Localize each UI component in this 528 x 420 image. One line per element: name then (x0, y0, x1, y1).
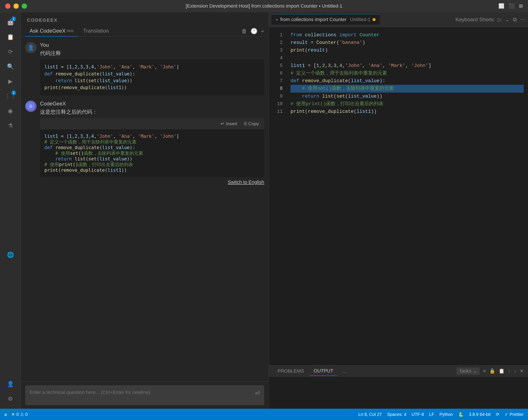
run-editor-icon[interactable]: ▷ (498, 17, 502, 23)
sidebar-item-remote[interactable]: 🌐 (4, 248, 17, 261)
line-num-4: 4 (272, 54, 283, 62)
titlebar-icon-group: ⬜ ⬛ ⊞ (498, 3, 523, 9)
panel-tab-bar: Ask CodeGeeX beta Translation 🗑 🕐 + (21, 23, 269, 37)
output-scroll-up-icon[interactable]: ↑ (508, 368, 510, 374)
prettier-label[interactable]: ✓ Prettier (505, 412, 524, 417)
status-remote[interactable]: ⌀ (4, 412, 7, 417)
delete-chat-button[interactable]: 🗑 (241, 28, 247, 35)
titlebar: [Extension Development Host] from collec… (0, 0, 528, 12)
annotated-code-content: list1 = [1,2,3,3,4,'John', 'Ana', 'Mark'… (40, 129, 264, 177)
output-close-icon[interactable]: ✕ (520, 368, 524, 374)
new-chat-button[interactable]: + (261, 28, 264, 35)
split-editor-icon[interactable]: ⬜ (498, 3, 504, 9)
output-tab-bar: PROBLEMS OUTPUT ... Tasks ⌄ ≡ 🔒 📋 ↑ (269, 365, 528, 377)
sidebar-item-explorer[interactable]: 📋 (4, 30, 17, 44)
output-lock-icon[interactable]: 🔒 (489, 368, 495, 374)
history-button[interactable]: 🕐 (251, 28, 257, 35)
run-icon: ▶ (8, 78, 13, 85)
insert-icon: ↵ (220, 121, 224, 126)
close-button[interactable] (5, 3, 11, 9)
code-line-8: # 使用set()函数，去除列表中重复的元素 (290, 85, 524, 92)
send-button[interactable]: ⏎ (255, 390, 260, 397)
editor-tab-short-name: Untitled-1 (350, 17, 370, 22)
editor-tab-untitled[interactable]: ● from collections import Counter Untitl… (271, 14, 380, 24)
activity-bottom: 👤 ⚙ (4, 377, 17, 405)
account-icon: 👤 (7, 381, 14, 387)
copy-button[interactable]: ⎘ Copy (242, 120, 261, 127)
sidebar-item-flask[interactable]: ⚗ (4, 119, 17, 132)
layout-icon[interactable]: ⬛ (509, 3, 515, 9)
task-selector[interactable]: Tasks ⌄ (456, 367, 480, 375)
search-icon: 🔍 (7, 63, 14, 70)
language-mode[interactable]: Python (440, 412, 453, 417)
output-scroll-down-icon[interactable]: ↓ (514, 368, 516, 374)
editor-tab-actions: Keyboard Shortc ▷ ⌄ ⧉ ⋯ (455, 17, 525, 23)
tab-more[interactable]: ... (339, 367, 351, 376)
status-errors[interactable]: ✕ 0 ⚠ 0 (11, 412, 28, 417)
testing-icon: ◉ (8, 108, 13, 114)
minimize-button[interactable] (13, 3, 19, 9)
editor-code-lines[interactable]: from collections import Counter result =… (286, 27, 528, 365)
sidebar-item-settings[interactable]: ⚙ (4, 392, 17, 405)
editor-tab-bar: ● from collections import Counter Untitl… (269, 12, 528, 27)
user-icon: 👤 (28, 45, 34, 51)
sidebar-item-testing[interactable]: ◉ (4, 104, 17, 117)
output-copy-icon[interactable]: 📋 (499, 368, 504, 374)
tab-problems[interactable]: PROBLEMS (273, 367, 308, 376)
line-num-2: 2 (272, 39, 283, 47)
tab-translation[interactable]: Translation (79, 26, 113, 36)
bot-intro-text: 这是您注释之后的代码： (40, 108, 264, 116)
tab-ask-codegeex[interactable]: Ask CodeGeeX beta (25, 26, 78, 36)
line-num-5: 5 (272, 62, 283, 70)
python-icon: 🐍 (458, 412, 464, 417)
user-avatar: 👤 (25, 42, 36, 53)
codegeex-panel: CODEGEEX Ask CodeGeeX beta Translation 🗑… (21, 12, 269, 409)
problems-tab-label: PROBLEMS (277, 368, 304, 374)
window-title: [Extension Development Host] from collec… (186, 3, 343, 9)
bot-message: G CodeGeeX 这是您注释之后的代码： ↵ Insert (25, 101, 264, 187)
output-panel: PROBLEMS OUTPUT ... Tasks ⌄ ≡ 🔒 📋 ↑ (269, 365, 528, 409)
status-bar: ⌀ ✕ 0 ⚠ 0 Ln 8, Col 27 Spaces: 4 UTF-8 L… (0, 409, 528, 420)
output-list-icon[interactable]: ≡ (483, 368, 486, 374)
sidebar-item-run[interactable]: ▶ (4, 75, 17, 88)
spaces-setting[interactable]: Spaces: 4 (387, 412, 407, 417)
tab-output[interactable]: OUTPUT (309, 366, 337, 376)
line-num-11: 11 (272, 108, 283, 116)
split-view-icon[interactable]: ⧉ (513, 17, 517, 23)
python-version[interactable]: 3.8.9 64-bit (469, 412, 491, 417)
chat-input-area: ⏎ (21, 382, 269, 409)
line-ending-setting[interactable]: LF (429, 412, 434, 417)
chat-input-box: ⏎ (25, 385, 264, 405)
chevron-down-icon[interactable]: ⌄ (505, 17, 510, 23)
sidebar-item-sync[interactable]: ⟳ (4, 45, 17, 58)
maximize-button[interactable] (22, 3, 27, 9)
encoding-setting[interactable]: UTF-8 (412, 412, 424, 417)
files-icon: 📋 (7, 34, 14, 40)
grid-icon[interactable]: ⊞ (519, 3, 523, 9)
response-code-block: ↵ Insert ⎘ Copy list1 = [1,2,3,3,4,'John… (40, 118, 264, 177)
switch-to-english-button[interactable]: Switch to English (228, 179, 264, 185)
status-right: Ln 8, Col 27 Spaces: 4 UTF-8 LF Python 🐍… (358, 412, 524, 417)
user-message-content: You 代码注释 list1 = [1,2,3,3,4,'John', 'Ana… (40, 42, 264, 95)
sidebar-item-codegeex[interactable]: 🤖 1 (4, 16, 17, 29)
bot-avatar: G (25, 101, 36, 112)
chat-input[interactable] (30, 390, 252, 401)
switch-language-area: Switch to English (40, 177, 264, 187)
code-line-1: from collections import Counter (290, 31, 524, 39)
sidebar-item-account[interactable]: 👤 (4, 377, 17, 390)
more-actions-icon[interactable]: ⋯ (520, 17, 525, 23)
sync-icon[interactable]: ⟳ (496, 412, 500, 417)
remote-icon: 🌐 (7, 252, 14, 258)
modified-dot (372, 18, 376, 21)
user-message-text: 代码注释 (40, 50, 264, 57)
code-toolbar: ↵ Insert ⎘ Copy (40, 118, 264, 129)
line-num-7: 7 (272, 77, 283, 85)
insert-button[interactable]: ↵ Insert (219, 120, 239, 127)
sidebar-item-extensions[interactable]: ⋮⋮ 1 (4, 90, 17, 103)
cursor-position[interactable]: Ln 8, Col 27 (358, 412, 382, 417)
bot-name-label: CodeGeeX (40, 101, 264, 107)
more-tab-label: ... (343, 368, 347, 374)
sidebar-item-search[interactable]: 🔍 (4, 60, 17, 73)
task-selector-label: Tasks (459, 368, 471, 374)
copy-icon: ⎘ (244, 121, 247, 126)
